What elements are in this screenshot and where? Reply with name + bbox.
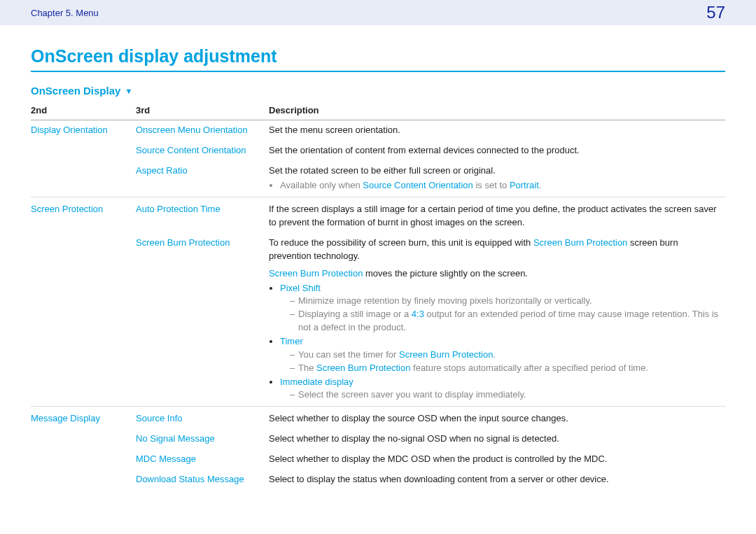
sbp-desc-pre: To reduce the possibility of screen burn…: [269, 237, 533, 248]
cell-desc: Select whether to display the source OSD…: [269, 407, 725, 429]
page-header: Chapter 5. Menu 57: [0, 0, 756, 25]
pixel-shift-d2: Displaying a still image or a 4:3 output…: [290, 308, 720, 335]
table-row: Screen Protection Auto Protection Time I…: [31, 197, 725, 233]
cell-3rd: Source Content Orientation: [136, 141, 269, 161]
note-text: .: [539, 180, 542, 190]
cell-2nd: Screen Protection: [31, 197, 136, 233]
cell-desc: To reduce the possibility of screen burn…: [269, 233, 725, 407]
cell-3rd: MDC Message: [136, 449, 269, 470]
cell-3rd: Auto Protection Time: [136, 197, 269, 233]
cell-desc: If the screen displays a still image for…: [269, 197, 725, 233]
table-row: No Signal Message Select whether to disp…: [31, 429, 725, 449]
col-description: Description: [269, 102, 725, 120]
note-text: Available only when: [280, 180, 363, 190]
note-link: Portrait: [510, 180, 539, 190]
cell-2nd: Display Orientation: [31, 120, 136, 141]
cell-3rd: Source Info: [136, 407, 269, 429]
cell-2nd: Message Display: [31, 407, 136, 429]
cell-3rd: Aspect Ratio: [136, 161, 269, 197]
immediate-label: Immediate display: [280, 377, 354, 387]
table-row: Screen Burn Protection To reduce the pos…: [31, 233, 725, 407]
triangle-down-icon: ▼: [125, 87, 133, 95]
cell-desc: Set the orientation of content from exte…: [269, 141, 725, 161]
table-row: Source Content Orientation Set the orien…: [31, 141, 725, 161]
table-row: Aspect Ratio Set the rotated screen to b…: [31, 161, 725, 197]
note-link: Source Content Orientation: [363, 180, 473, 190]
section-heading: OnScreen Display ▼: [31, 85, 725, 97]
sbp-link: Screen Burn Protection: [533, 237, 627, 248]
note-text: is set to: [473, 180, 510, 190]
table-row: Download Status Message Select to displa…: [31, 470, 725, 490]
section-heading-text: OnScreen Display: [31, 85, 120, 97]
immediate-d1: Select the screen saver you want to disp…: [290, 388, 720, 402]
pixel-shift-d1: Minimize image retention by finely movin…: [290, 295, 720, 308]
pixel-shift-label: Pixel Shift: [280, 283, 321, 293]
cell-3rd: Screen Burn Protection: [136, 233, 269, 407]
table-row: MDC Message Select whether to display th…: [31, 449, 725, 470]
aspect-ratio-desc: Set the rotated screen to be either full…: [269, 165, 496, 176]
sbp-moves-post: moves the picture slightly on the screen…: [363, 268, 528, 279]
timer-d2: The Screen Burn Protection feature stops…: [290, 362, 720, 375]
sbp-feature-list: Pixel Shift Minimize image retention by …: [269, 282, 720, 402]
cell-desc: Set the menu screen orientation.: [269, 120, 725, 141]
sbp-moves-link: Screen Burn Protection: [269, 268, 363, 279]
chapter-label: Chapter 5. Menu: [31, 8, 99, 18]
cell-desc: Select to display the status when downlo…: [269, 470, 725, 490]
table-row: Display Orientation Onscreen Menu Orient…: [31, 120, 725, 141]
aspect-ratio-note: Available only when Source Content Orien…: [269, 179, 720, 192]
page-number: 57: [706, 3, 725, 22]
table-row: Message Display Source Info Select wheth…: [31, 407, 725, 429]
timer-label: Timer: [280, 336, 303, 346]
content-area: OnScreen display adjustment OnScreen Dis…: [0, 25, 756, 490]
cell-3rd: Download Status Message: [136, 470, 269, 490]
cell-desc: Select whether to display the no-signal …: [269, 429, 725, 449]
col-3rd: 3rd: [136, 102, 269, 120]
settings-table: 2nd 3rd Description Display Orientation …: [31, 102, 725, 490]
cell-3rd: Onscreen Menu Orientation: [136, 120, 269, 141]
page-title: OnScreen display adjustment: [31, 46, 725, 72]
cell-desc: Set the rotated screen to be either full…: [269, 161, 725, 197]
cell-desc: Select whether to display the MDC OSD wh…: [269, 449, 725, 470]
timer-d1: You can set the timer for Screen Burn Pr…: [290, 349, 720, 362]
col-2nd: 2nd: [31, 102, 136, 120]
cell-3rd: No Signal Message: [136, 429, 269, 449]
